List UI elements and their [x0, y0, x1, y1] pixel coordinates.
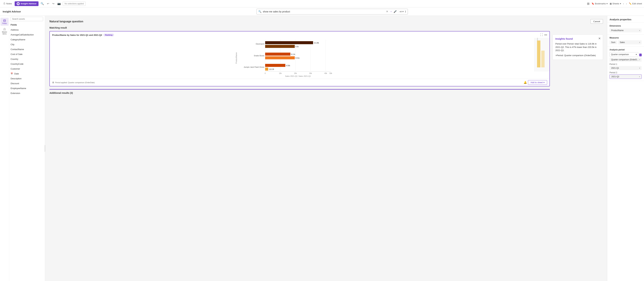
- insight-advisor-tab[interactable]: Insight Advisor: [15, 1, 38, 6]
- insights-close-button[interactable]: ✕: [598, 37, 601, 40]
- period1-select[interactable]: 2021-Q1 ›: [610, 66, 642, 70]
- quarter-comparison-select[interactable]: Quarter comparison ▾: [610, 52, 638, 57]
- sidebar-resize-handle[interactable]: [44, 16, 45, 281]
- main-layout: Fields Master items Fields AddressAverag…: [0, 16, 644, 281]
- field-item[interactable]: 📅Date: [9, 71, 44, 76]
- redo-icon-btn[interactable]: ↪: [52, 1, 55, 6]
- top-bar-left: 🗒 Notes Insight Advisor 🔍 ↩ ↪ 📷 No selec…: [2, 1, 86, 6]
- field-item[interactable]: Address: [9, 27, 44, 32]
- measure-chevron-icon: ›: [639, 41, 640, 43]
- product-name-dimension[interactable]: ProductName ›: [610, 28, 642, 32]
- period2-select[interactable]: 2021-Q2 ›: [610, 74, 642, 79]
- sheets-button[interactable]: ▦ Sheets ▾: [610, 2, 621, 5]
- expand-chart-button[interactable]: ⛶: [540, 33, 543, 36]
- additional-results-label: Additional results (3): [50, 92, 73, 94]
- svg-text:9.51k: 9.51k: [296, 57, 300, 59]
- quarter-comparison-orderdate[interactable]: Quarter comparison (OrderD... ›: [610, 58, 642, 62]
- svg-text:20k: 20k: [294, 72, 297, 74]
- second-bar-title: Insight Advisor: [3, 10, 21, 13]
- field-item[interactable]: ContactName: [9, 47, 44, 52]
- mini-chart: [534, 38, 550, 71]
- prev-arrow-button[interactable]: ‹: [623, 2, 624, 5]
- insights-link[interactable]: >Period: Quarter comparison (OrderDate): [555, 54, 600, 57]
- field-item[interactable]: EmployeeName: [9, 86, 44, 91]
- field-item[interactable]: CountryCode: [9, 61, 44, 66]
- lang-selector[interactable]: en ▾: [398, 10, 404, 13]
- analysis-period-checkbox[interactable]: ✓: [639, 54, 642, 56]
- field-item[interactable]: Country: [9, 57, 44, 61]
- field-name: Discount: [10, 82, 19, 85]
- period2-value: 2021-Q2: [611, 75, 619, 78]
- insights-title: Insights found: [555, 37, 600, 40]
- svg-rect-19: [265, 64, 286, 67]
- field-item[interactable]: AverageCallSatisfaction: [9, 32, 44, 37]
- add-to-sheet-button[interactable]: Add to sheet ▾: [528, 80, 547, 85]
- field-name: Customer: [10, 67, 20, 70]
- next-arrow-button[interactable]: ›: [626, 2, 627, 5]
- field-item[interactable]: CategoryName: [9, 37, 44, 42]
- chart-container: ProductName by Sales for 2021-Q1 and 202…: [50, 31, 550, 94]
- undo-icon-btn[interactable]: ↩: [46, 1, 50, 6]
- snapshot-icon-btn[interactable]: 📷: [57, 1, 62, 6]
- measures-row: Sum Sales ›: [610, 40, 642, 44]
- submit-arrow-icon[interactable]: →: [390, 10, 392, 13]
- ia-icon: [17, 2, 20, 5]
- field-item[interactable]: Discount: [9, 81, 44, 86]
- sidebar-search: [9, 16, 44, 23]
- search-input[interactable]: [263, 10, 385, 13]
- period2-label: Period 2:: [610, 71, 642, 74]
- chart-footer: ℹ Period applied: Quarter comparison (Or…: [50, 79, 550, 86]
- sidebar-fields-btn[interactable]: Fields: [0, 18, 8, 26]
- search-assets-input[interactable]: [10, 17, 43, 21]
- bar-chart-svg: ProductName Davenport 15.28k: [52, 38, 532, 78]
- select-chevron-icon: ▾: [636, 53, 637, 56]
- field-name: CategoryName: [10, 38, 25, 41]
- sheets-label: Sheets: [612, 2, 619, 5]
- chart-body: ProductName Davenport 15.28k: [50, 38, 550, 79]
- period-applied-text: Period applied: Quarter comparison (Orde…: [55, 81, 95, 83]
- sidebar-master-items-btn[interactable]: Master items: [0, 26, 8, 36]
- sales-measure-label: Sales: [620, 41, 625, 43]
- chart-title: ProductName by Sales for 2021-Q1 and 202…: [52, 34, 114, 36]
- cancel-button[interactable]: Cancel: [590, 19, 603, 24]
- analysis-period-section: Analysis period Quarter comparison ▾ ✓ Q…: [607, 46, 644, 81]
- sidebar-with-icons: Fields Master items Fields AddressAverag…: [0, 16, 45, 281]
- svg-text:Sales 2021-Q2, Sales 2021-Q1: Sales 2021-Q2, Sales 2021-Q1: [285, 75, 311, 77]
- svg-rect-14: [265, 53, 290, 56]
- svg-text:Davenport: Davenport: [256, 43, 264, 45]
- lang-label: en: [400, 10, 402, 13]
- insights-body-text: Period over Period: total Sales is 116.9…: [555, 42, 600, 52]
- field-name: EmployeeName: [10, 87, 26, 90]
- svg-text:30k: 30k: [309, 72, 312, 74]
- svg-text:10k: 10k: [279, 72, 282, 74]
- chart-card: ProductName by Sales for 2021-Q1 and 202…: [50, 31, 550, 86]
- more-options-button[interactable]: •••: [544, 33, 547, 36]
- content-area: Natural language question Cancel Matchin…: [46, 16, 607, 281]
- analysis-period-row: Quarter comparison ▾ ✓: [610, 52, 642, 58]
- quarter-comparison-sub-label: Quarter comparison (OrderD...: [611, 58, 638, 61]
- clear-icon[interactable]: ✕: [386, 10, 388, 13]
- notes-button[interactable]: 🗒 Notes: [2, 2, 13, 5]
- notes-icon: 🗒: [3, 2, 6, 5]
- dimension-chevron-icon: ›: [639, 29, 640, 31]
- field-item[interactable]: Customer: [9, 66, 44, 71]
- chart-actions: ⛶ •••: [540, 33, 547, 36]
- sales-measure[interactable]: Sales ›: [618, 40, 642, 44]
- svg-rect-21: [265, 67, 268, 71]
- field-item[interactable]: City: [9, 42, 44, 47]
- bell-icon-button[interactable]: 🔔: [524, 81, 527, 84]
- pencil-icon: ✏️: [629, 2, 632, 5]
- magnifier-icon-btn[interactable]: 🔍: [40, 1, 44, 6]
- mic-icon[interactable]: 🎤: [394, 10, 397, 13]
- field-name: Cost of Sale: [10, 53, 22, 55]
- svg-text:0: 0: [265, 72, 266, 74]
- bookmarks-button[interactable]: 🔖 Bookmarks ▾: [592, 2, 608, 5]
- field-item[interactable]: Cost of Sale: [9, 52, 44, 57]
- right-panel: Analysis properties Dimensions ProductNa…: [607, 16, 644, 281]
- measures-section: Measures Sum Sales ›: [607, 35, 644, 46]
- field-item[interactable]: Extension: [9, 91, 44, 96]
- period2-chevron-icon: ›: [639, 75, 640, 78]
- edit-sheet-button[interactable]: ✏️ Edit sheet: [629, 2, 642, 5]
- field-item[interactable]: Description: [9, 76, 44, 81]
- fields-list-panel: Fields AddressAverageCallSatisfactionCat…: [9, 16, 44, 281]
